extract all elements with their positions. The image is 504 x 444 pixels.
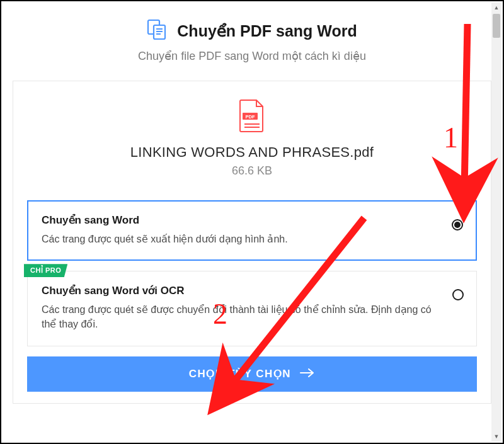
conversion-options: Chuyển sang Word Các trang được quét sẽ … [27, 200, 477, 346]
title-line: Chuyển PDF sang Word [147, 19, 357, 43]
option-convert-to-word-ocr[interactable]: CHỈ PRO Chuyển sang Word với OCR Các tra… [27, 271, 477, 346]
arrow-right-icon [300, 368, 315, 380]
choose-option-button[interactable]: CHỌN TÙY CHỌN [27, 356, 477, 392]
scrollbar[interactable]: ▲ ▼ [491, 3, 501, 441]
option-desc: Các trang được quét sẽ được chuyển đổi t… [42, 302, 436, 331]
radio-selected-icon[interactable] [452, 219, 463, 231]
svg-text:PDF: PDF [246, 114, 255, 120]
scrollbar-thumb[interactable] [493, 14, 500, 38]
option-convert-to-word[interactable]: Chuyển sang Word Các trang được quét sẽ … [27, 200, 477, 261]
page-root: ▲ ▼ Chuyển PDF sang Word Chuyển file PDF… [0, 0, 504, 444]
page-subtitle: Chuyển file PDF sang Word một cách kì di… [23, 49, 481, 63]
scrollbar-down-icon[interactable]: ▼ [491, 431, 501, 441]
pro-badge: CHỈ PRO [24, 264, 67, 277]
conversion-panel: PDF LINKING WORDS AND PHRASES.pdf 66.6 K… [13, 81, 491, 404]
radio-unselected-icon[interactable] [452, 289, 464, 300]
file-size: 66.6 KB [27, 164, 477, 178]
option-title: Chuyển sang Word [42, 213, 436, 227]
file-info: PDF LINKING WORDS AND PHRASES.pdf 66.6 K… [27, 99, 477, 178]
page-title: Chuyển PDF sang Word [177, 22, 357, 40]
option-title: Chuyển sang Word với OCR [42, 284, 436, 297]
file-name: LINKING WORDS AND PHRASES.pdf [27, 144, 477, 161]
cta-label: CHỌN TÙY CHỌN [189, 367, 291, 380]
option-desc: Các trang được quét sẽ xuất hiện dưới dạ… [42, 232, 436, 246]
page-header: Chuyển PDF sang Word Chuyển file PDF san… [10, 19, 494, 63]
pdf-to-word-icon [147, 19, 168, 43]
pdf-file-icon: PDF [238, 99, 266, 135]
scrollbar-up-icon[interactable]: ▲ [491, 3, 501, 13]
